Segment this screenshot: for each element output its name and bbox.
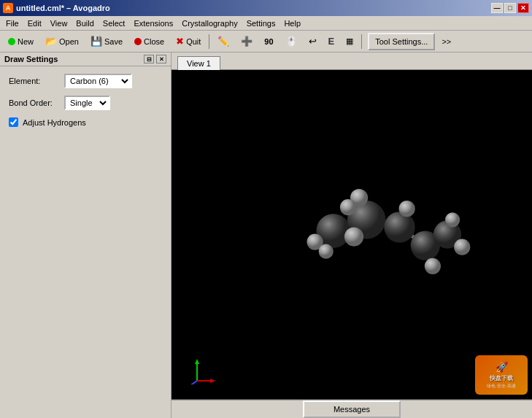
- adjust-hydrogens-label: Adjust Hydrogens: [23, 118, 86, 127]
- pencil-icon: ✏️: [217, 36, 229, 46]
- 3d-viewport[interactable]: 🚀 快盘下载 绿色·安全·高速: [171, 70, 532, 399]
- draw-settings-body: Element: Carbon (6)Hydrogen (1)Nitrogen …: [0, 66, 171, 142]
- right-panel: View 1: [171, 53, 532, 418]
- watermark-text-1: 快盘下载: [490, 374, 513, 382]
- open-button[interactable]: 📂 Open: [40, 33, 84, 50]
- select-icon: 🖱️: [285, 36, 297, 46]
- draw-settings-panel: Draw Settings ⊟ ✕ Element: Carbon (6)Hyd…: [0, 53, 171, 418]
- panel-controls: ⊟ ✕: [144, 55, 166, 63]
- menu-select[interactable]: Select: [99, 18, 130, 29]
- svg-marker-29: [195, 359, 199, 364]
- watermark-logo: 🚀: [496, 361, 508, 373]
- svg-point-24: [425, 258, 441, 274]
- undo-tool-button[interactable]: ↩: [304, 33, 322, 50]
- bond-order-row: Bond Order: SingleDoubleTriple: [9, 96, 162, 110]
- close-icon: [134, 38, 142, 45]
- minimize-button[interactable]: —: [491, 3, 503, 13]
- quit-icon: ✖: [176, 36, 184, 47]
- energy-icon: E: [328, 36, 335, 47]
- element-row: Element: Carbon (6)Hydrogen (1)Nitrogen …: [9, 74, 162, 88]
- toolbar-overflow-button[interactable]: >>: [436, 33, 456, 50]
- menu-file[interactable]: File: [1, 18, 23, 29]
- panel-float-button[interactable]: ⊟: [144, 55, 154, 63]
- menu-crystallography[interactable]: Crystallography: [177, 18, 242, 29]
- svg-point-27: [344, 227, 363, 246]
- toolbar-separator-2: [361, 34, 362, 49]
- app-icon: A: [3, 3, 13, 13]
- draw-settings-title: Draw Settings: [4, 55, 58, 63]
- svg-line-32: [190, 381, 197, 384]
- adjust-hydrogens-checkbox[interactable]: [9, 117, 18, 127]
- messages-bar: Messages: [171, 399, 532, 418]
- save-button[interactable]: 💾 Save: [85, 33, 128, 50]
- molecule-display: [171, 70, 532, 399]
- svg-marker-31: [210, 379, 215, 383]
- axis-indicator: [186, 355, 215, 384]
- title-bar-controls: — □ ✕: [491, 3, 529, 13]
- view-1-tab[interactable]: View 1: [177, 56, 220, 70]
- title-bar: A untitled.cml* – Avogadro — □ ✕: [0, 0, 532, 16]
- window-title: untitled.cml* – Avogadro: [16, 4, 110, 12]
- watermark-text-2: 绿色·安全·高速: [487, 383, 515, 390]
- table-tool-button[interactable]: ▦: [341, 33, 358, 50]
- menu-view[interactable]: View: [46, 18, 72, 29]
- svg-point-16: [384, 212, 415, 242]
- navigate-tool-button[interactable]: ➕: [236, 33, 258, 50]
- title-bar-left: A untitled.cml* – Avogadro: [3, 3, 110, 13]
- messages-button[interactable]: Messages: [303, 400, 401, 418]
- energy-tool-button[interactable]: E: [323, 33, 340, 50]
- panel-close-button[interactable]: ✕: [156, 55, 166, 63]
- menu-edit[interactable]: Edit: [23, 18, 46, 29]
- draw-settings-header: Draw Settings ⊟ ✕: [0, 53, 171, 66]
- adjust-hydrogens-row: Adjust Hydrogens: [9, 117, 162, 127]
- svg-point-23: [399, 201, 415, 217]
- maximize-button[interactable]: □: [504, 3, 516, 13]
- watermark: 🚀 快盘下载 绿色·安全·高速: [475, 355, 528, 395]
- menu-build[interactable]: Build: [72, 18, 98, 29]
- new-icon: [8, 38, 15, 45]
- svg-point-25: [454, 239, 470, 255]
- svg-point-26: [445, 212, 460, 227]
- new-button[interactable]: New: [3, 33, 39, 50]
- tool-settings-button[interactable]: Tool Settings...: [368, 33, 435, 50]
- menu-bar: File Edit View Build Select Extensions C…: [0, 16, 532, 31]
- main-content: Draw Settings ⊟ ✕ Element: Carbon (6)Hyd…: [0, 53, 532, 418]
- element-label: Element:: [9, 77, 60, 85]
- menu-extensions[interactable]: Extensions: [129, 18, 177, 29]
- tab-bar: View 1: [171, 53, 532, 70]
- toolbar-separator-1: [209, 34, 209, 49]
- menu-settings[interactable]: Settings: [242, 18, 280, 29]
- svg-point-20: [340, 199, 356, 215]
- bond-order-label: Bond Order:: [9, 98, 60, 107]
- quit-button[interactable]: ✖ Quit: [171, 33, 206, 50]
- draw-tool-button[interactable]: ✏️: [212, 33, 234, 50]
- menu-help[interactable]: Help: [280, 18, 305, 29]
- element-select[interactable]: Carbon (6)Hydrogen (1)Nitrogen (7)Oxygen…: [64, 74, 132, 88]
- select-tool-button[interactable]: 🖱️: [280, 33, 302, 50]
- undo-icon: ↩: [309, 36, 317, 46]
- save-icon: 💾: [90, 36, 102, 47]
- rotate-icon: 90: [264, 37, 273, 46]
- rotate-tool-button[interactable]: 90: [259, 33, 278, 50]
- table-icon: ▦: [346, 36, 353, 46]
- toolbar: New 📂 Open 💾 Save Close ✖ Quit ✏️ ➕ 90 🖱…: [0, 31, 532, 53]
- svg-point-22: [319, 244, 334, 259]
- open-icon: 📂: [45, 36, 57, 47]
- navigate-icon: ➕: [241, 36, 252, 46]
- molecule-svg: [171, 70, 532, 399]
- close-window-button[interactable]: ✕: [517, 3, 529, 13]
- bond-order-select[interactable]: SingleDoubleTriple: [64, 96, 110, 110]
- close-button[interactable]: Close: [129, 33, 169, 50]
